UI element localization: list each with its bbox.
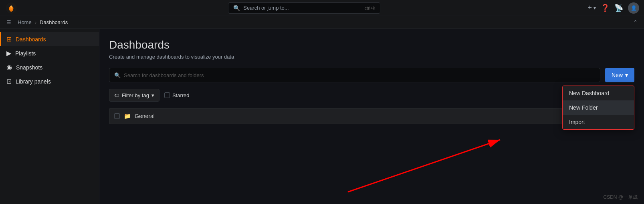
item-checkbox[interactable]: [114, 113, 120, 119]
filter-tag-label: Filter by tag: [122, 92, 149, 98]
dropdown-item-new-folder[interactable]: New Folder: [563, 100, 634, 115]
feed-icon[interactable]: 📡: [614, 4, 623, 12]
breadcrumb-bar: ☰ Home › Dashboards ⌃: [0, 16, 644, 29]
logo[interactable]: [5, 2, 18, 14]
search-placeholder: Search or jump to...: [243, 5, 289, 11]
new-button[interactable]: New ▾: [605, 68, 634, 82]
breadcrumb-current: Dashboards: [40, 19, 68, 25]
dropdown-item-new-dashboard[interactable]: New Dashboard: [563, 86, 634, 100]
sidebar-item-snapshots[interactable]: ◉ Snapshots: [0, 60, 99, 74]
starred-filter[interactable]: Starred: [164, 92, 190, 98]
svg-line-7: [348, 140, 500, 192]
global-search-box[interactable]: 🔍 Search or jump to... ctrl+k: [228, 2, 380, 14]
add-button[interactable]: + ▾: [587, 4, 596, 12]
item-label-general: General: [135, 113, 155, 119]
library-panels-icon: ⊡: [6, 78, 12, 85]
main-content: Dashboards Create and manage dashboards …: [99, 29, 644, 204]
layout: ⊞ Dashboards ▶ Playlists ◉ Snapshots ⊡ L…: [0, 29, 644, 204]
search-row: 🔍 Search for dashboards and folders New …: [109, 68, 634, 82]
avatar-icon: 👤: [631, 5, 637, 11]
tag-icon: 🏷: [114, 92, 119, 98]
new-btn-chevron-icon: ▾: [625, 72, 628, 78]
snapshots-icon: ◉: [6, 63, 12, 71]
filter-tag-chevron-icon: ▾: [151, 92, 154, 98]
page-title: Dashboards: [109, 39, 634, 51]
footer: CSDN @一单成: [603, 194, 638, 201]
new-dropdown-menu: New Dashboard New Folder Import: [562, 86, 634, 130]
topbar-actions: + ▾ ❓ 📡 👤: [587, 2, 639, 14]
help-icon[interactable]: ❓: [601, 4, 610, 12]
filter-by-tag-button[interactable]: 🏷 Filter by tag ▾: [109, 89, 159, 102]
breadcrumb-separator: ›: [35, 19, 36, 25]
search-icon: 🔍: [233, 5, 240, 11]
dashboard-search-input[interactable]: 🔍 Search for dashboards and folders: [109, 68, 600, 82]
add-chevron-icon: ▾: [594, 5, 596, 11]
sidebar-item-label-library-panels: Library panels: [16, 78, 51, 85]
starred-checkbox[interactable]: [164, 92, 170, 98]
folder-icon: 📁: [124, 113, 131, 119]
dashboard-list-item-general[interactable]: 📁 General: [109, 108, 634, 124]
filter-row: 🏷 Filter by tag ▾ Starred 📁 ≡ ↕ Sort: [109, 89, 634, 102]
playlists-icon: ▶: [6, 49, 11, 57]
avatar[interactable]: 👤: [628, 2, 639, 14]
sidebar: ⊞ Dashboards ▶ Playlists ◉ Snapshots ⊡ L…: [0, 29, 99, 204]
sidebar-item-label-playlists: Playlists: [15, 50, 36, 57]
dashboard-search-placeholder: Search for dashboards and folders: [124, 72, 204, 78]
svg-point-5: [12, 7, 14, 10]
sidebar-item-label-dashboards: Dashboards: [16, 36, 46, 43]
page-subtitle: Create and manage dashboards to visualiz…: [109, 54, 634, 60]
sidebar-item-label-snapshots: Snapshots: [16, 64, 42, 71]
new-btn-container: New ▾ New Dashboard New Folder Import: [605, 68, 634, 82]
collapse-icon[interactable]: ⌃: [633, 19, 638, 25]
topbar: 🔍 Search or jump to... ctrl+k + ▾ ❓ 📡 👤: [0, 0, 644, 16]
svg-point-4: [9, 7, 11, 10]
menu-hamburger-icon[interactable]: ☰: [6, 19, 11, 25]
new-btn-label: New: [612, 72, 623, 78]
sidebar-item-library-panels[interactable]: ⊡ Library panels: [0, 74, 99, 88]
sidebar-item-dashboards[interactable]: ⊞ Dashboards: [0, 32, 99, 46]
breadcrumb-home[interactable]: Home: [18, 19, 32, 25]
dashboard-search-icon: 🔍: [114, 72, 121, 78]
footer-text: CSDN @一单成: [603, 194, 638, 200]
search-shortcut: ctrl+k: [365, 6, 375, 10]
sidebar-item-playlists[interactable]: ▶ Playlists: [0, 46, 99, 60]
topbar-search-area: 🔍 Search or jump to... ctrl+k: [21, 2, 587, 14]
starred-label-text: Starred: [172, 92, 190, 98]
dashboards-icon: ⊞: [6, 35, 12, 43]
dropdown-item-import[interactable]: Import: [563, 115, 634, 129]
